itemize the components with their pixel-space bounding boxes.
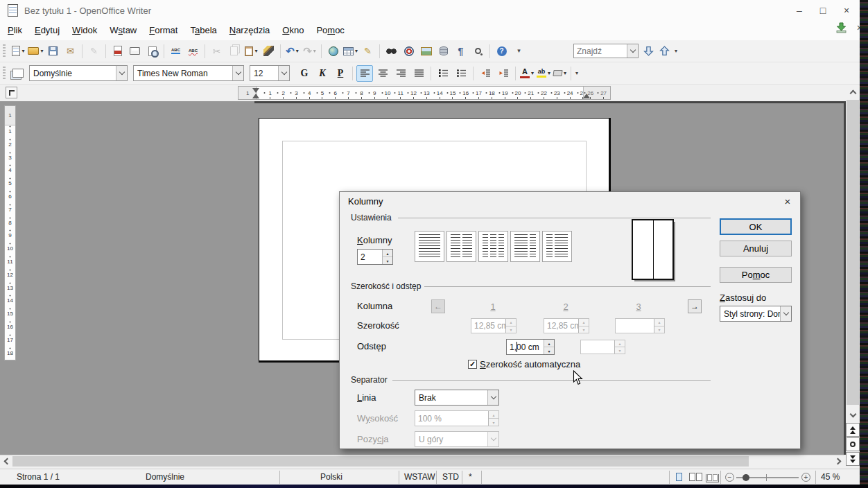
scroll-down-button[interactable]	[846, 409, 860, 421]
previous-page-button[interactable]	[846, 423, 860, 437]
decrease-indent-button[interactable]	[477, 65, 494, 82]
horizontal-ruler[interactable]: 1 12345678910111213141516171819202122232…	[238, 86, 611, 100]
menu-narzedzia[interactable]: Narzędzia	[223, 21, 277, 40]
vertical-scrollbar-thumb[interactable]	[847, 100, 859, 405]
dropdown-arrow-icon[interactable]: ▾	[21, 48, 24, 54]
status-modified[interactable]: *	[469, 472, 472, 482]
spin-down-icon[interactable]: ▾	[383, 257, 392, 264]
formatting-toolbar-overflow-icon[interactable]: ▾	[575, 70, 578, 76]
preset-three-columns[interactable]	[478, 231, 508, 262]
find-replace-icon[interactable]: ▾	[383, 42, 399, 60]
find-input[interactable]	[574, 44, 627, 58]
font-dropdown-button[interactable]	[232, 66, 243, 80]
menu-plik[interactable]: Plik	[1, 21, 28, 40]
find-toolbar-overflow-icon[interactable]: ▾	[675, 48, 677, 54]
apply-to-dropdown-button[interactable]	[780, 306, 791, 321]
spin-up-icon[interactable]: ▴	[383, 250, 392, 257]
save-icon[interactable]: ▾	[45, 42, 61, 60]
menu-wstaw[interactable]: Wstaw	[103, 21, 143, 40]
export-pdf-icon[interactable]: ▾	[110, 42, 125, 60]
toolbar-grip[interactable]	[3, 44, 6, 58]
dropdown-arrow-icon[interactable]: ▾	[296, 48, 299, 54]
align-right-button[interactable]	[392, 65, 409, 82]
menu-pomoc[interactable]: Pomoc	[310, 21, 350, 40]
next-column-button[interactable]: →	[688, 299, 702, 313]
redo-icon[interactable]: ↷ ▾	[302, 42, 318, 60]
zoom-out-button[interactable]: −	[725, 473, 734, 482]
status-insert-mode[interactable]: WSTAW	[404, 472, 435, 482]
preset-right-wide[interactable]	[542, 231, 572, 262]
dropdown-arrow-icon[interactable]: ▾	[564, 70, 566, 76]
dropdown-arrow-icon[interactable]: ▾	[548, 70, 550, 76]
style-dropdown-button[interactable]	[116, 66, 127, 80]
highlighting-button[interactable]: ab ▾	[537, 69, 550, 78]
size-dropdown-button[interactable]	[278, 66, 289, 80]
font-size-combobox[interactable]: 12	[250, 65, 290, 81]
maximize-button[interactable]: □	[811, 0, 835, 21]
spin-down-icon[interactable]: ▾	[544, 347, 554, 354]
help-icon[interactable]: ? ▾	[494, 42, 510, 60]
status-zoom-value[interactable]: 45 %	[821, 472, 840, 482]
bold-button[interactable]: G	[296, 65, 313, 82]
table-icon[interactable]: ▾	[342, 42, 358, 60]
minimize-button[interactable]: –	[788, 0, 811, 21]
data-sources-icon[interactable]: ▾	[435, 42, 451, 60]
spacing-1-2-spinner[interactable]: 1,00 cm ▴▾	[506, 339, 555, 355]
find-next-icon[interactable]	[643, 45, 654, 57]
new-document-icon[interactable]: ▾	[10, 42, 26, 60]
dropdown-arrow-icon[interactable]: ▾	[531, 70, 534, 76]
spellcheck-icon[interactable]: ABC ▾	[168, 42, 184, 60]
formatting-marks-icon[interactable]: ¶ ▾	[453, 42, 469, 60]
single-page-view-button[interactable]	[676, 473, 682, 482]
align-left-button[interactable]	[356, 65, 373, 82]
vertical-ruler[interactable]: 1 123456789101112131415161718	[4, 105, 16, 360]
next-page-button[interactable]	[846, 452, 860, 466]
toolbar-overflow-icon[interactable]: ▾ ▾	[511, 42, 527, 60]
menu-format[interactable]: Format	[143, 21, 184, 40]
find-previous-icon[interactable]	[659, 45, 670, 57]
preset-left-wide[interactable]	[510, 231, 540, 262]
styles-window-icon[interactable]	[12, 69, 24, 78]
menu-okno[interactable]: Okno	[276, 21, 310, 40]
autowidth-label[interactable]: Szerokość automatyczna	[480, 359, 580, 369]
first-line-indent-marker[interactable]	[252, 88, 259, 93]
edit-file-icon[interactable]: ✎ ▾	[86, 42, 102, 60]
email-icon[interactable]: ✉ ▾	[62, 42, 78, 60]
draw-functions-icon[interactable]: ✎ ▾	[360, 42, 376, 60]
font-name-combobox[interactable]: Times New Roman	[133, 65, 244, 81]
dropdown-arrow-icon[interactable]: ▾	[254, 48, 257, 54]
zoom-icon[interactable]: ▾	[470, 42, 486, 60]
dropdown-arrow-icon[interactable]: ▾	[313, 48, 316, 54]
multi-page-view-button[interactable]	[689, 473, 702, 481]
print-icon[interactable]: ▾	[127, 42, 143, 60]
book-view-button[interactable]	[706, 474, 719, 482]
status-selection-mode[interactable]: STD	[442, 472, 459, 482]
cut-icon[interactable]: ✂ ▾	[209, 42, 225, 60]
page-preview-icon[interactable]: ▾	[144, 42, 160, 60]
font-color-button[interactable]: A ▾	[520, 68, 534, 78]
hyperlink-icon[interactable]: ▾	[325, 42, 341, 60]
scroll-left-button[interactable]	[0, 455, 12, 467]
paste-icon[interactable]: ▾	[243, 42, 259, 60]
copy-icon[interactable]: ▾	[226, 42, 242, 60]
scroll-up-button[interactable]	[846, 86, 860, 98]
undo-icon[interactable]: ↶ ▾	[284, 42, 300, 60]
right-indent-marker[interactable]	[583, 94, 590, 98]
tab-stop-selector[interactable]	[6, 87, 17, 98]
open-icon[interactable]: ▾	[28, 42, 44, 60]
auto-spellcheck-icon[interactable]: ABC ▾	[185, 42, 201, 60]
left-indent-marker[interactable]	[252, 94, 259, 98]
line-combobox[interactable]: Brak	[415, 390, 499, 406]
status-style[interactable]: Domyślnie	[146, 472, 184, 482]
navigator-icon[interactable]: ▾	[401, 42, 417, 60]
toolbar-grip[interactable]	[3, 67, 6, 80]
menu-tabela[interactable]: Tabela	[184, 21, 223, 40]
cancel-button[interactable]: Anuluj	[720, 241, 792, 256]
horizontal-scrollbar-thumb[interactable]	[12, 456, 749, 467]
dropdown-arrow-icon[interactable]: ▾	[355, 48, 358, 54]
preset-two-columns[interactable]	[446, 231, 476, 262]
format-paintbrush-icon[interactable]: ▾	[261, 42, 277, 60]
align-center-button[interactable]	[374, 65, 391, 82]
update-available-icon[interactable]	[835, 22, 847, 33]
numbered-list-button[interactable]	[435, 65, 451, 82]
